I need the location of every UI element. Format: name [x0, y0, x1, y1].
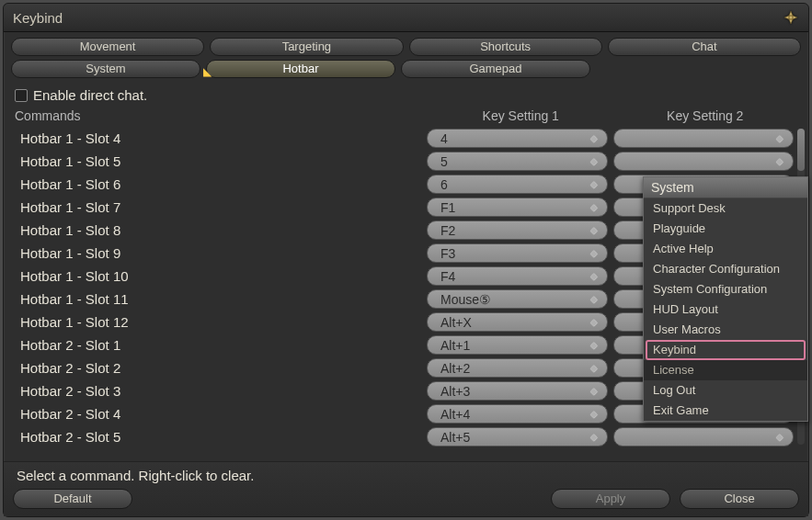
diamond-icon: ◆	[590, 179, 598, 189]
command-label: Hotbar 1 - Slot 6	[18, 176, 421, 192]
key-value: F4	[440, 269, 455, 284]
footer-buttons: Default Apply Close	[13, 489, 799, 509]
context-item-active-help[interactable]: Active Help	[644, 239, 807, 259]
direct-chat-label: Enable direct chat.	[33, 87, 147, 103]
diamond-icon: ◆	[590, 317, 598, 327]
direct-chat-row: Enable direct chat.	[4, 84, 808, 108]
direct-chat-checkbox[interactable]	[15, 89, 28, 102]
tab-system[interactable]: System	[11, 60, 200, 78]
context-item-license[interactable]: License	[644, 360, 807, 380]
default-button[interactable]: Default	[13, 489, 132, 509]
context-item-playguide[interactable]: Playguide	[644, 219, 807, 239]
command-label: Hotbar 1 - Slot 5	[18, 153, 421, 169]
command-label: Hotbar 2 - Slot 5	[18, 429, 421, 445]
diamond-icon: ◆	[776, 432, 783, 442]
key-setting-1[interactable]: 4◆	[427, 129, 608, 148]
header-key2: Key Setting 2	[613, 108, 798, 123]
key-value: 5	[440, 154, 448, 169]
key-value: Alt+5	[440, 430, 470, 445]
command-label: Hotbar 1 - Slot 4	[18, 130, 421, 146]
tab-row-1: MovementTargetingShortcutsChat	[11, 38, 801, 56]
tab-targeting[interactable]: Targeting	[210, 38, 403, 56]
tab-gamepad[interactable]: Gamepad	[401, 60, 590, 78]
diamond-icon: ◆	[590, 432, 598, 442]
column-headers: Commands Key Setting 1 Key Setting 2	[4, 108, 808, 125]
header-key1: Key Setting 1	[429, 108, 613, 123]
diamond-icon: ◆	[590, 409, 598, 419]
key-setting-1[interactable]: Alt+4◆	[427, 404, 608, 424]
context-item-system-configuration[interactable]: System Configuration	[644, 279, 807, 300]
key-setting-1[interactable]: Alt+5◆	[427, 427, 608, 447]
keybind-row: Hotbar 2 - Slot 5Alt+5◆◆	[18, 425, 794, 448]
close-button[interactable]: Close	[680, 489, 799, 509]
key-setting-1[interactable]: F1◆	[427, 198, 608, 217]
key-value: F2	[440, 223, 455, 238]
tab-movement[interactable]: Movement	[11, 38, 204, 56]
diamond-icon: ◆	[590, 202, 598, 212]
diamond-icon: ◆	[590, 225, 598, 235]
close-icon[interactable]	[781, 7, 801, 28]
key-setting-1[interactable]: Alt+1◆	[427, 335, 608, 355]
tab-row-2: System◣HotbarGamepad	[11, 60, 801, 78]
key-setting-1[interactable]: Alt+3◆	[427, 381, 608, 401]
command-label: Hotbar 2 - Slot 4	[18, 406, 421, 422]
key-setting-1[interactable]: 6◆	[427, 175, 608, 194]
diamond-icon: ◆	[590, 133, 598, 143]
diamond-icon: ◆	[590, 271, 598, 281]
key-value: Alt+1	[440, 338, 470, 353]
key-value: 6	[440, 177, 448, 192]
command-label: Hotbar 1 - Slot 9	[18, 245, 421, 261]
context-item-log-out[interactable]: Log Out	[644, 380, 807, 401]
key-setting-2[interactable]: ◆	[613, 427, 795, 447]
diamond-icon: ◆	[590, 340, 598, 350]
diamond-icon: ◆	[590, 386, 598, 396]
diamond-icon: ◆	[590, 248, 598, 258]
diamond-icon: ◆	[776, 133, 783, 143]
command-label: Hotbar 2 - Slot 2	[18, 360, 421, 376]
tab-chat[interactable]: Chat	[608, 38, 801, 56]
key-value: F3	[440, 246, 455, 261]
key-setting-2[interactable]: ◆	[613, 152, 795, 171]
tabs: MovementTargetingShortcutsChat System◣Ho…	[4, 32, 808, 84]
command-label: Hotbar 1 - Slot 10	[18, 268, 421, 284]
window-title: Keybind	[13, 10, 63, 26]
key-setting-1[interactable]: Mouse⑤◆	[427, 289, 608, 309]
key-setting-1[interactable]: Alt+X◆	[427, 312, 608, 332]
key-value: Mouse⑤	[440, 292, 491, 307]
diamond-icon: ◆	[590, 363, 598, 373]
command-label: Hotbar 1 - Slot 7	[18, 199, 421, 215]
key-value: 4	[440, 131, 448, 146]
hint-text: Select a command. Right-click to clear.	[13, 468, 799, 483]
system-context-menu: System Support DeskPlayguideActive HelpC…	[643, 176, 808, 422]
context-item-support-desk[interactable]: Support Desk	[644, 198, 807, 219]
key-value: Alt+2	[440, 361, 470, 376]
diamond-icon: ◆	[590, 294, 598, 304]
diamond-icon: ◆	[776, 156, 783, 166]
scroll-thumb[interactable]	[797, 129, 805, 171]
key-setting-1[interactable]: 5◆	[427, 152, 608, 171]
active-tab-arrow-icon: ◣	[203, 63, 212, 80]
header-commands: Commands	[15, 108, 429, 123]
key-setting-1[interactable]: Alt+2◆	[427, 358, 608, 378]
context-item-character-configuration[interactable]: Character Configuration	[644, 259, 807, 279]
tab-shortcuts[interactable]: Shortcuts	[409, 38, 602, 56]
key-setting-1[interactable]: F3◆	[427, 243, 608, 263]
context-item-keybind[interactable]: Keybind	[646, 340, 806, 360]
keybind-row: Hotbar 1 - Slot 55◆◆	[18, 150, 794, 173]
tab-hotbar[interactable]: ◣Hotbar	[206, 60, 395, 78]
key-setting-1[interactable]: F2◆	[427, 220, 608, 240]
command-label: Hotbar 2 - Slot 3	[18, 383, 421, 399]
apply-button[interactable]: Apply	[551, 489, 670, 509]
keybind-row: Hotbar 1 - Slot 44◆◆	[18, 127, 794, 150]
key-setting-1[interactable]: F4◆	[427, 266, 608, 286]
key-value: F1	[440, 200, 455, 215]
diamond-icon: ◆	[590, 156, 598, 166]
command-label: Hotbar 1 - Slot 12	[18, 314, 421, 330]
context-item-user-macros[interactable]: User Macros	[644, 320, 807, 340]
context-menu-title: System	[644, 177, 807, 198]
key-value: Alt+4	[440, 407, 470, 422]
context-item-exit-game[interactable]: Exit Game	[644, 401, 807, 421]
command-label: Hotbar 1 - Slot 11	[18, 291, 421, 307]
key-setting-2[interactable]: ◆	[613, 129, 795, 148]
context-item-hud-layout[interactable]: HUD Layout	[644, 300, 807, 320]
